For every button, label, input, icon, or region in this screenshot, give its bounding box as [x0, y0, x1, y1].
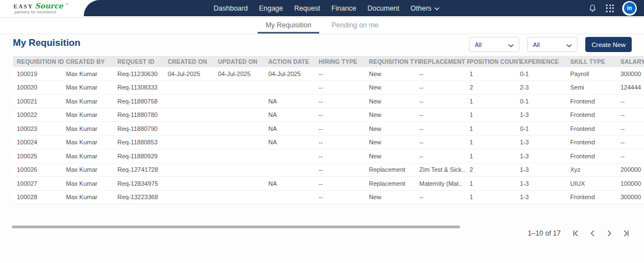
table-body: 100019Max KumarReq-1123063004-Jul-202504… [13, 67, 644, 204]
table-cell: New [369, 98, 419, 105]
table-cell: 100021 [17, 98, 66, 105]
nav-item-finance[interactable]: Finance [332, 4, 356, 12]
column-header: CREATED ON [168, 58, 218, 65]
table-cell: 100024 [17, 139, 66, 145]
table-cell: -- [419, 84, 470, 91]
table-cell: New [369, 84, 419, 91]
column-header: REQUISITION TYPE [369, 58, 419, 65]
table-cell: Req-12834975 [117, 180, 168, 187]
table-row[interactable]: 100028Max KumarReq-13223368--New--11-3Fr… [13, 191, 644, 205]
table-cell: 200000 [621, 166, 644, 173]
table-cell: Frontend [570, 111, 621, 118]
table-cell: -- [319, 84, 369, 91]
nav-item-document[interactable]: Document [367, 4, 399, 12]
table-cell: 04-Jul-2025 [218, 71, 268, 77]
filter-dropdown-1[interactable]: All [469, 37, 519, 52]
table-cell: Max Kumar [66, 180, 117, 187]
column-header: REPLACEMENT FOR [419, 58, 470, 65]
table-cell: -- [319, 98, 369, 105]
table-row[interactable]: 100019Max KumarReq-1123063004-Jul-202504… [13, 67, 644, 81]
table-cell: Replacement [369, 166, 419, 173]
table-cell: NA [268, 98, 319, 105]
chevron-down-icon [434, 4, 439, 12]
table-row[interactable]: 100024Max KumarReq-11880853NA--New--11-3… [13, 136, 644, 150]
table-cell: Req-11880790 [117, 125, 168, 132]
table-cell: 0-1 [520, 125, 570, 132]
table-cell: Req-13223368 [117, 194, 168, 200]
table-row[interactable]: 100025Max KumarReq-11880929--New--11-3Fr… [13, 149, 644, 163]
table-cell: NA [268, 139, 319, 145]
table-row[interactable]: 100026Max KumarReq-12741728--Replacement… [13, 163, 644, 177]
nav-item-engage[interactable]: Engage [259, 4, 283, 12]
nav-item-request[interactable]: Request [294, 4, 320, 12]
table-cell: Max Kumar [66, 153, 117, 159]
column-header: EXPERIENCE [520, 58, 570, 65]
table-cell: 100025 [17, 153, 66, 159]
table-cell: Zim Test & Sick.. [419, 166, 470, 173]
table-cell: -- [621, 139, 644, 145]
previous-page-icon[interactable] [589, 229, 596, 237]
table-cell: -- [419, 125, 470, 132]
table-cell: 100023 [17, 125, 66, 132]
user-avatar[interactable]: in [622, 1, 637, 16]
table-cell: Replacement [369, 180, 419, 187]
table-cell: -- [319, 180, 369, 187]
table-header-row: REQUISITION IDCREATED BYREQUEST IDCREATE… [13, 56, 644, 67]
nav-item-dashboard[interactable]: Dashboard [214, 4, 248, 12]
filter-dropdown-2[interactable]: All [527, 37, 577, 52]
table-cell: 100019 [17, 71, 66, 77]
notification-bell-icon[interactable] [588, 3, 598, 13]
table-cell: -- [419, 153, 470, 159]
table-cell: 1-3 [520, 166, 570, 173]
table-cell: -- [621, 125, 644, 132]
table-cell: Frontend [570, 194, 621, 200]
table-row[interactable]: 100027Max KumarReq-12834975NA--Replaceme… [13, 177, 644, 191]
table-row[interactable]: 100022Max KumarReq-11880780NA--New--11-3… [13, 109, 644, 123]
table-cell: Max Kumar [66, 71, 117, 77]
create-new-button[interactable]: Create New [585, 37, 632, 52]
table-cell: NA [268, 111, 319, 118]
table-cell: -- [319, 194, 369, 200]
nav-item-others[interactable]: Others [410, 4, 439, 12]
table-cell: 100022 [17, 111, 66, 118]
table-cell: Max Kumar [66, 166, 117, 173]
table-cell: -- [419, 71, 470, 77]
table-cell: -- [419, 194, 470, 200]
table-row[interactable]: 100020Max KumarReq-11308333--New--22-3Se… [13, 81, 644, 95]
table-cell: New [369, 71, 419, 77]
table-cell: -- [621, 153, 644, 159]
table-cell: New [369, 153, 419, 159]
column-header: SKILL TYPE [570, 58, 621, 65]
table-cell: 1 [470, 125, 520, 132]
first-page-icon[interactable] [572, 229, 580, 237]
table-cell: Req-11230630 [117, 71, 168, 77]
table-cell: -- [419, 139, 470, 145]
table-cell: 1 [470, 111, 520, 118]
last-page-icon[interactable] [622, 229, 630, 237]
table-cell: Req-11880758 [117, 98, 168, 105]
filter-dropdown-1-value: All [475, 41, 481, 48]
pagination-range-label: 1–10 of 17 [528, 229, 561, 237]
table-cell: 1-3 [520, 139, 570, 145]
tab-pending-on-me[interactable]: Pending on me [324, 18, 386, 34]
table-cell: Xyz [570, 166, 621, 173]
brand-tagline: partners for excellence [15, 11, 68, 15]
horizontal-scrollbar[interactable] [12, 226, 460, 228]
table-cell: Req-11880780 [117, 111, 168, 118]
table-cell: -- [319, 71, 369, 77]
requisition-table: REQUISITION IDCREATED BYREQUEST IDCREATE… [13, 56, 644, 204]
table-cell: 1 [470, 139, 520, 145]
table-cell: -- [621, 98, 644, 105]
table-row[interactable]: 100021Max KumarReq-11880758NA--New--10-1… [13, 95, 644, 109]
table-cell: 300000 [621, 71, 644, 77]
table-cell: 04-Jul-2025 [268, 71, 319, 77]
table-cell: Max Kumar [66, 111, 117, 118]
table-cell: 1 [470, 98, 520, 105]
table-row[interactable]: 100023Max KumarReq-11880790NA--New--10-1… [13, 122, 644, 136]
table-cell: Maternity (Mat.. [419, 180, 470, 187]
apps-grid-icon[interactable] [605, 3, 615, 13]
tabs-bar: My Requisition Pending on me [0, 18, 644, 34]
next-page-icon[interactable] [605, 229, 613, 237]
table-cell: 1 [470, 71, 520, 77]
tab-my-requisition[interactable]: My Requisition [258, 18, 319, 34]
